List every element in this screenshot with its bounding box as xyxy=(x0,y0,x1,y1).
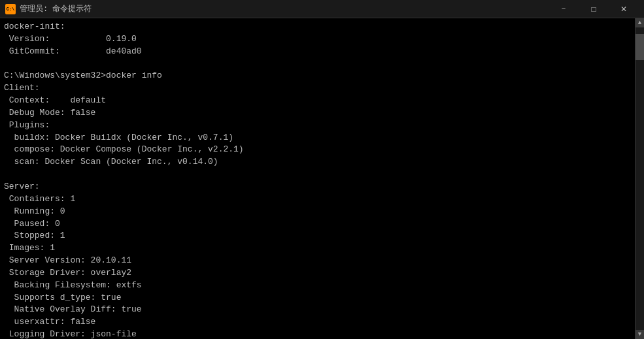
terminal-line xyxy=(4,169,631,181)
terminal-line: Running: 0 xyxy=(4,206,631,218)
terminal-line: compose: Docker Compose (Docker Inc., v2… xyxy=(4,144,631,156)
scroll-up-button[interactable]: ▲ xyxy=(636,18,645,27)
terminal-line: Images: 1 xyxy=(4,242,631,255)
terminal-line: Backing Filesystem: extfs xyxy=(4,280,631,292)
terminal-line: userxattr: false xyxy=(4,316,631,329)
terminal-line: docker-init: xyxy=(4,21,631,33)
terminal-line: Storage Driver: overlay2 xyxy=(4,267,631,280)
terminal-line: Server: xyxy=(4,181,631,193)
app-icon-label: C:\ xyxy=(7,7,15,12)
titlebar-title: 管理员: 命令提示符 xyxy=(20,3,92,14)
terminal-line: scan: Docker Scan (Docker Inc., v0.14.0) xyxy=(4,156,631,169)
terminal-line: Containers: 1 xyxy=(4,193,631,206)
maximize-button[interactable]: □ xyxy=(579,0,609,18)
terminal-line: Logging Driver: json-file xyxy=(4,329,631,339)
terminal-line: Context: default xyxy=(4,95,631,107)
terminal-line: Client: xyxy=(4,82,631,95)
scrollbar-track[interactable] xyxy=(636,27,644,330)
terminal-line: Plugins: xyxy=(4,120,631,132)
terminal-line: Native Overlay Diff: true xyxy=(4,304,631,316)
scrollbar-thumb[interactable] xyxy=(636,34,644,60)
terminal-content[interactable]: docker-init: Version: 0.19.0 GitCommit: … xyxy=(0,18,635,339)
minimize-button[interactable]: － xyxy=(549,0,579,18)
terminal-window: docker-init: Version: 0.19.0 GitCommit: … xyxy=(0,18,644,339)
terminal-line xyxy=(4,58,631,71)
terminal-line: Stopped: 1 xyxy=(4,230,631,242)
titlebar: C:\ 管理员: 命令提示符 － □ ✕ xyxy=(0,0,644,18)
scroll-down-button[interactable]: ▼ xyxy=(636,330,645,339)
titlebar-controls: － □ ✕ xyxy=(549,0,639,18)
scrollbar[interactable]: ▲ ▼ xyxy=(635,18,644,339)
app-icon: C:\ xyxy=(5,4,16,14)
titlebar-left: C:\ 管理员: 命令提示符 xyxy=(5,3,92,14)
terminal-line: Version: 0.19.0 xyxy=(4,33,631,46)
terminal-line: Server Version: 20.10.11 xyxy=(4,255,631,267)
terminal-line: Paused: 0 xyxy=(4,218,631,231)
terminal-line: buildx: Docker Buildx (Docker Inc., v0.7… xyxy=(4,132,631,144)
terminal-line: C:\Windows\system32>docker info xyxy=(4,70,631,82)
close-button[interactable]: ✕ xyxy=(609,0,639,18)
terminal-line: GitCommit: de40ad0 xyxy=(4,46,631,58)
terminal-line: Supports d_type: true xyxy=(4,292,631,304)
terminal-line: Debug Mode: false xyxy=(4,107,631,120)
